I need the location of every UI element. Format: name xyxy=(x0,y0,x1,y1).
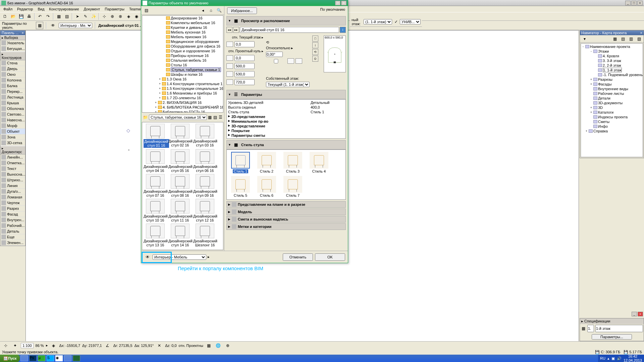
tree-node[interactable]: +Библиотека по ГОСТу 16 xyxy=(142,110,223,113)
nav-node[interactable]: +Фасады xyxy=(582,82,642,86)
object-thumb[interactable]: Дизайнерский стул 12 16 xyxy=(193,199,217,222)
tool-Указатель[interactable]: Указатель xyxy=(0,40,25,46)
tool-Лестница[interactable]: Лестница xyxy=(0,95,25,100)
next-obj-icon[interactable]: ▸▸ xyxy=(233,27,239,33)
tree-node[interactable]: Мебель кухонная 16 xyxy=(142,30,223,35)
tool-Колонна[interactable]: Колонна xyxy=(0,77,25,83)
tool-Фасад[interactable]: Фасад xyxy=(0,212,25,217)
relative-label[interactable]: Относительно ▸ xyxy=(266,46,310,50)
tree-node[interactable]: +1.6 Механизмы и приборы 16 xyxy=(142,91,223,96)
spec-num[interactable] xyxy=(587,325,594,332)
menu-item[interactable]: Редактор xyxy=(15,7,35,11)
object-thumb[interactable]: Дизайнерский стул 13 16 xyxy=(144,224,167,247)
style-option[interactable]: Стиль 3 xyxy=(281,152,305,173)
menu-item[interactable]: Вид xyxy=(36,7,46,11)
coord-icon[interactable]: ◈ xyxy=(50,342,57,349)
tree-node[interactable]: +1.5 Конструкции специальные 16 xyxy=(142,86,223,91)
style-option[interactable]: Стиль 6 xyxy=(255,176,278,197)
tree-node[interactable]: Стулья, табуретки, скамьи 1 xyxy=(142,67,223,72)
nav-node[interactable]: 4. Кровля xyxy=(582,54,642,58)
info-icon[interactable]: i xyxy=(340,27,346,33)
collapsed-section[interactable]: ▶Модель xyxy=(226,208,346,215)
tree-node[interactable]: Шкафы и полки 16 xyxy=(142,72,223,77)
nav-node[interactable]: Внутренние виды xyxy=(582,86,642,91)
tool-Бегущая...[interactable]: Бегущая... xyxy=(0,46,25,52)
collapsed-section[interactable]: ▶Смета и выносная надпись xyxy=(226,216,346,223)
close-icon[interactable]: × xyxy=(640,31,642,35)
close-icon[interactable]: × xyxy=(22,31,24,35)
tool-Текст[interactable]: Текст xyxy=(0,166,25,172)
redo-icon[interactable]: ↷ xyxy=(44,13,52,20)
start-button[interactable]: 🪟 Пуск xyxy=(0,355,20,362)
tool-Элемен...[interactable]: Элемен... xyxy=(0,240,25,246)
tool-Линейн...[interactable]: Линейн... xyxy=(0,155,25,160)
chk-icon[interactable]: ↕ xyxy=(312,42,318,48)
object-thumb[interactable]: Дизайнерский стул 14 16 xyxy=(168,224,192,247)
spec-close-icon[interactable]: × xyxy=(638,312,643,316)
tool-Крыша[interactable]: Крыша xyxy=(0,100,25,106)
nav-node[interactable]: +Разрезы xyxy=(582,77,642,82)
tree-node[interactable]: +1.4 Конструкции строительные 1 xyxy=(142,81,223,86)
taskbar-app-icon[interactable]: ◉ xyxy=(55,355,63,361)
tool-Оболочка[interactable]: Оболочка xyxy=(0,106,25,112)
nav-node[interactable]: +Каталоги xyxy=(582,110,642,115)
cancel-button[interactable]: Отменить xyxy=(283,253,313,261)
style-option[interactable]: Стиль 7 xyxy=(281,176,305,197)
nav-node[interactable]: Рабочие листы xyxy=(582,91,642,96)
spec-icon[interactable]: ▦ xyxy=(581,325,586,332)
close-button[interactable]: × xyxy=(637,1,643,5)
tree-node[interactable]: +1.3 Окна 16 xyxy=(142,77,223,81)
object-thumb[interactable]: Дизайнерский стул 10 16 xyxy=(144,199,167,222)
snap-icon[interactable]: ✦ xyxy=(11,342,19,349)
home-icon[interactable]: ⌂ xyxy=(207,7,215,14)
style-picker[interactable]: Стиль 1Стиль 2Стиль 3Стиль 4Стиль 5Стиль… xyxy=(226,149,346,200)
nav-node[interactable]: Детали xyxy=(582,96,642,101)
ok-button[interactable]: OK xyxy=(315,253,345,261)
cursor-icon[interactable]: ➤ xyxy=(74,13,81,20)
nav-node[interactable]: Сметы xyxy=(582,119,642,124)
style-option[interactable]: Стиль 4 xyxy=(307,152,331,173)
navigator-tree[interactable]: -Наименование проекта -Этажи4. Кровля3. … xyxy=(581,43,643,157)
object-grid[interactable]: Дизайнерский стул 01 16Дизайнерский стул… xyxy=(142,122,223,250)
chk-icon[interactable]: ⊙ xyxy=(312,56,318,62)
story-select[interactable]: (1. 1-й этаж) xyxy=(364,19,392,24)
nav-node[interactable]: Инфо xyxy=(582,124,642,129)
snap-icon[interactable]: ⊹ xyxy=(2,342,9,349)
view-icon[interactable]: ▦ xyxy=(55,13,62,20)
settings-icon[interactable]: ✓ xyxy=(393,18,398,25)
snap-icon[interactable]: ◉ xyxy=(133,13,140,20)
menu-item[interactable]: Параметры xyxy=(103,7,126,11)
nav-node[interactable]: 3D-документы xyxy=(582,101,642,105)
tool-Штрихо...[interactable]: Штрихо... xyxy=(0,177,25,183)
lang-indicator[interactable]: RU xyxy=(600,356,605,360)
object-thumb[interactable]: Дизайнерский стул 04 16 xyxy=(144,149,167,173)
nav-tab-icon[interactable]: ▥ xyxy=(627,35,635,43)
taskbar-app-icon[interactable] xyxy=(20,355,28,361)
tool-Дуга/о...[interactable]: Дуга/о... xyxy=(0,189,25,194)
snap-icon[interactable]: ⊹ xyxy=(101,13,108,20)
object-thumb[interactable]: Дизайнерский стул 07 16 xyxy=(144,174,167,197)
coord-icon[interactable]: ∠ xyxy=(104,342,111,349)
spec-params-button[interactable]: Параметры... xyxy=(592,334,632,340)
coord-icon[interactable]: ✕ xyxy=(156,342,163,349)
tool-Светово...[interactable]: Светово... xyxy=(0,112,25,117)
tool-Разрез[interactable]: Разрез xyxy=(0,206,25,212)
library-tree[interactable]: Декорирование 16Комплекты мебельные 16Ку… xyxy=(142,15,223,113)
param-row[interactable]: Стиль стулаСтиль 1 xyxy=(227,110,345,114)
object-thumb[interactable]: Дизайнерский стул 08 16 xyxy=(168,174,192,197)
taskbar-app-icon[interactable]: µ xyxy=(38,355,45,361)
collapsed-section[interactable]: ▶Метки и категории xyxy=(226,223,346,230)
nav-node[interactable]: -1. Подземный уровень xyxy=(582,72,642,77)
pencil-icon[interactable]: ✎ xyxy=(82,13,89,20)
tree-node[interactable]: Медицинское оборудование xyxy=(142,39,223,44)
close-button[interactable]: × xyxy=(341,1,346,5)
view-toggle-icon[interactable]: ▤ xyxy=(143,7,150,14)
mirror-x[interactable] xyxy=(266,59,286,63)
view-icon[interactable]: ☰ xyxy=(218,114,223,121)
param-row[interactable]: Высота сиденья400,0 xyxy=(227,105,345,110)
prev-obj-icon[interactable]: ◂◂ xyxy=(226,27,232,33)
depth-field[interactable] xyxy=(234,71,255,77)
snap-icon[interactable]: ◈ xyxy=(125,13,132,20)
tree-node[interactable]: Кушетки и диваны 16 xyxy=(142,25,223,30)
tool-Балка[interactable]: Балка xyxy=(0,83,25,89)
